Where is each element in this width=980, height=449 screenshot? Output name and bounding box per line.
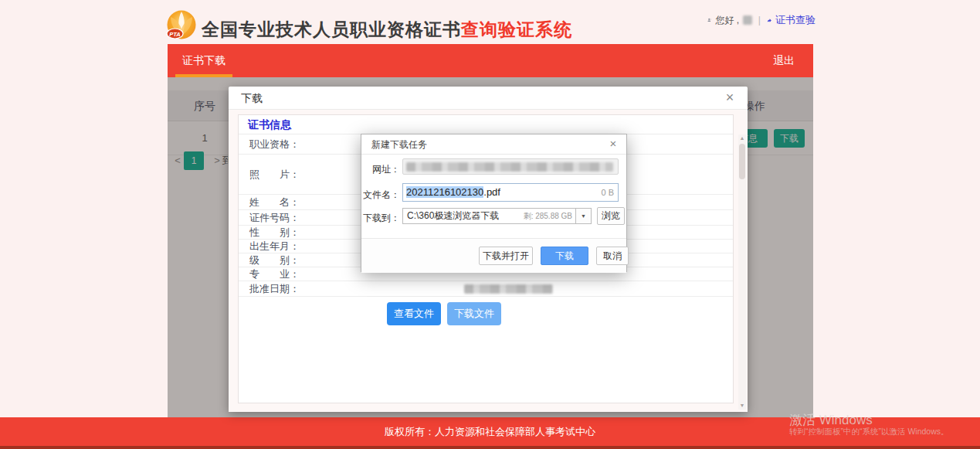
filename-input[interactable]: 20211216102130.pdf 0 B (402, 183, 619, 202)
dialog-title: 新建下载任务 (371, 134, 427, 155)
footer: 版权所有：人力资源和社会保障部人事考试中心 (0, 417, 980, 446)
certificate-verify-link[interactable]: 证书查验 (775, 13, 816, 27)
field-label: 批准日期： (249, 282, 300, 296)
url-input[interactable] (402, 158, 619, 175)
download-button[interactable]: 下载 (541, 247, 588, 265)
field-label: 职业资格： (249, 138, 300, 151)
modal-title: 下载 (241, 87, 263, 110)
field-label: 性 别： (249, 226, 300, 240)
field-label: 级 别： (249, 253, 300, 267)
approve-date-redacted (464, 284, 553, 294)
filename-label: 文件名： (361, 189, 400, 202)
free-space-label: 剩: 285.88 GB (524, 209, 572, 223)
modal-actions: 查看文件 下载文件 (239, 297, 733, 331)
divider: | (758, 15, 761, 26)
file-size-label: 0 B (601, 184, 614, 201)
filename-selected-text: 20211216102130 (406, 186, 483, 198)
nav-item-certificate-download[interactable]: 证书下载 (175, 44, 232, 77)
url-redacted (406, 162, 613, 172)
field-label: 姓 名： (249, 196, 300, 209)
share-arrow-icon (767, 15, 771, 26)
view-file-button[interactable]: 查看文件 (387, 302, 441, 325)
new-download-task-dialog: 新建下载任务 × 网址： 文件名： 20211216102130.pdf 0 B… (361, 134, 627, 272)
user-icon (707, 15, 711, 26)
username-redacted (743, 15, 752, 25)
saveto-label: 下载到： (361, 212, 400, 225)
footer-strip (0, 446, 980, 449)
logout-button[interactable]: 退出 (773, 44, 795, 77)
page-title: 全国专业技术人员职业资格证书查询验证系统 (202, 18, 572, 42)
greeting-text: 您好 , (715, 14, 739, 27)
section-title: 证书信息 (239, 115, 733, 134)
scroll-down-icon[interactable]: ▼ (738, 402, 746, 410)
download-and-open-button[interactable]: 下载并打开 (479, 247, 533, 265)
chevron-down-icon[interactable]: ▼ (576, 208, 592, 224)
field-label: 照 片： (249, 168, 300, 182)
scrollbar-thumb[interactable] (739, 144, 745, 179)
field-row-approve-date: 批准日期： (239, 281, 733, 297)
dialog-footer: 下载并打开 下载 取消 (361, 238, 626, 273)
url-label: 网址： (361, 163, 400, 176)
scroll-up-icon[interactable]: ▲ (738, 134, 746, 142)
modal-titlebar: 下载 × (229, 87, 748, 110)
saveto-input[interactable]: C:\360极速浏览器下载 剩: 285.88 GB (402, 208, 576, 224)
dialog-close-icon[interactable]: × (606, 137, 620, 151)
user-bar: 您好 , | 证书查验 (707, 12, 816, 28)
pta-logo-icon: PTA (164, 9, 198, 43)
field-label: 证件号码： (249, 211, 300, 225)
filename-extension: .pdf (483, 186, 500, 198)
browse-button[interactable]: 浏览 (597, 207, 625, 225)
page-title-main: 全国专业技术人员职业资格证书 (202, 19, 461, 39)
field-label: 专 业： (249, 267, 300, 281)
modal-scrollbar[interactable]: ▲ ▼ (738, 134, 746, 410)
field-label: 出生年月： (249, 240, 300, 253)
copyright-text: 版权所有：人力资源和社会保障部人事考试中心 (385, 426, 595, 437)
page: PTA 全国专业技术人员职业资格证书查询验证系统 您好 , | 证书查验 证书下… (0, 0, 980, 449)
page-title-system: 查询验证系统 (461, 19, 572, 39)
modal-close-icon[interactable]: × (721, 89, 738, 106)
download-file-button[interactable]: 下载文件 (447, 302, 501, 325)
cancel-button[interactable]: 取消 (596, 247, 629, 265)
main-nav: 证书下载 退出 (168, 44, 813, 77)
svg-text:PTA: PTA (169, 31, 180, 38)
saveto-path: C:\360极速浏览器下载 (407, 210, 499, 221)
dialog-titlebar: 新建下载任务 × (361, 134, 626, 155)
nav-item-label: 证书下载 (182, 54, 226, 66)
